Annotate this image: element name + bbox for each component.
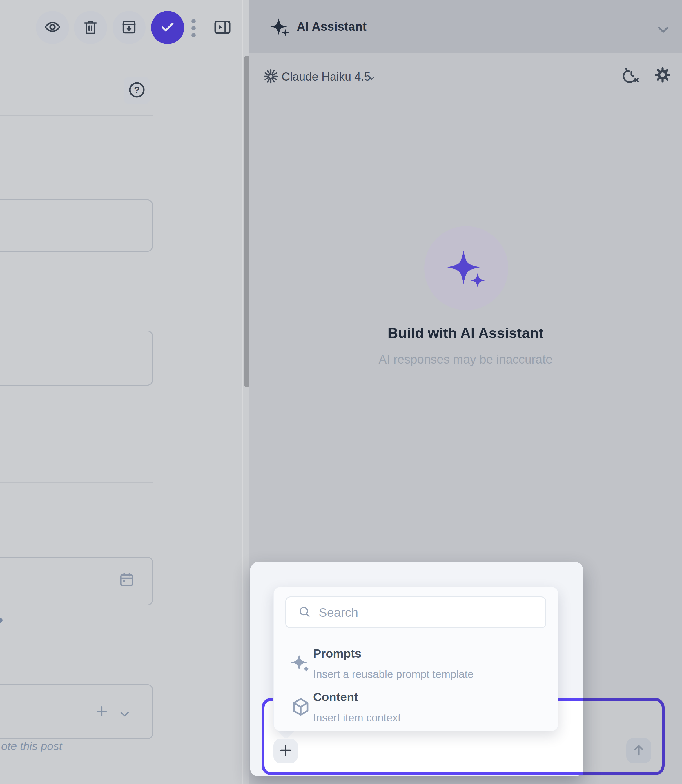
model-dropdown-chevron-icon: [366, 72, 377, 84]
panel-right-icon: [213, 18, 232, 38]
eye-icon: [44, 19, 61, 37]
empty-state-subtitle: AI responses may be inaccurate: [249, 352, 682, 367]
sparkles-icon: [445, 246, 488, 290]
section-divider: [0, 482, 153, 483]
required-marker: [0, 618, 3, 623]
svg-text:?: ?: [134, 85, 140, 96]
insert-popover: Prompts Insert a reusable prompt templat…: [273, 587, 558, 731]
text-field[interactable]: [0, 330, 153, 386]
popover-search: [285, 596, 546, 628]
archive-button[interactable]: [113, 11, 145, 44]
history-clear-icon: [623, 66, 640, 84]
publish-confirm-button[interactable]: [151, 11, 184, 44]
section-divider: [0, 115, 153, 116]
trash-icon: [82, 19, 99, 36]
sparkles-icon: [289, 652, 311, 675]
more-options-button[interactable]: [190, 19, 197, 37]
ai-panel-title: AI Assistant: [296, 19, 366, 34]
calendar-icon[interactable]: [118, 571, 135, 589]
collapse-panel-chevron-icon[interactable]: [655, 21, 671, 39]
kebab-dot: [191, 33, 196, 37]
menu-item-content[interactable]: Content Insert item context: [280, 687, 552, 730]
left-pane: ? ote this post: [0, 0, 244, 784]
chevron-down-icon[interactable]: [118, 707, 132, 722]
text-field[interactable]: [0, 199, 153, 252]
delete-button[interactable]: [74, 11, 107, 44]
empty-state-title: Build with AI Assistant: [249, 325, 682, 341]
help-button[interactable]: ?: [124, 77, 150, 104]
question-circle-icon: ?: [128, 81, 146, 100]
send-button[interactable]: [626, 738, 651, 763]
search-icon: [298, 605, 311, 620]
ai-panel-header: AI Assistant: [249, 0, 682, 53]
gear-icon: [654, 66, 671, 84]
field-helper-text: ote this post: [1, 740, 62, 753]
pane-divider: [242, 0, 243, 784]
menu-item-title: Prompts: [313, 647, 361, 660]
menu-item-subtitle: Insert a reusable prompt template: [313, 668, 473, 680]
empty-state-badge: [424, 226, 508, 310]
menu-item-subtitle: Insert item context: [313, 712, 401, 724]
menu-item-title: Content: [313, 690, 358, 704]
kebab-dot: [191, 19, 196, 24]
preview-button[interactable]: [36, 11, 69, 44]
starburst-icon: [263, 69, 279, 85]
plus-icon: [278, 743, 293, 759]
search-input[interactable]: [319, 606, 522, 620]
cube-icon: [290, 697, 311, 718]
check-icon: [159, 18, 176, 37]
menu-item-prompts[interactable]: Prompts Insert a reusable prompt templat…: [280, 644, 552, 687]
attach-context-button[interactable]: [273, 739, 298, 763]
add-item-icon[interactable]: [94, 704, 109, 720]
clear-history-button[interactable]: [623, 67, 640, 84]
model-name: Claude Haiku 4.5: [282, 70, 371, 83]
sparkles-icon: [269, 17, 290, 38]
arrow-up-icon: [631, 742, 647, 759]
toggle-side-panel-button[interactable]: [212, 18, 233, 38]
archive-down-icon: [121, 19, 137, 36]
settings-button[interactable]: [654, 67, 671, 84]
kebab-dot: [191, 26, 196, 30]
